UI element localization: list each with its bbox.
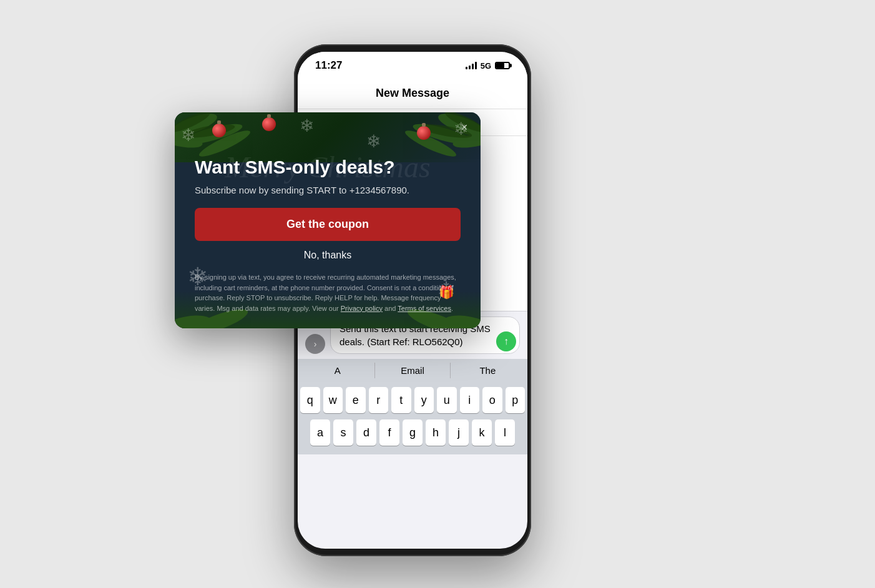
key-h[interactable]: h xyxy=(426,419,446,446)
messages-title: New Message xyxy=(376,87,449,99)
messages-header: New Message xyxy=(298,79,527,109)
keyboard-suggestions: A Email The xyxy=(298,359,527,382)
key-d[interactable]: d xyxy=(356,419,376,446)
key-i[interactable]: i xyxy=(460,387,480,413)
get-coupon-button[interactable]: Get the coupon xyxy=(195,208,461,241)
kb-suggest-a[interactable]: A xyxy=(300,363,375,378)
signal-icon xyxy=(466,62,477,69)
key-u[interactable]: u xyxy=(437,387,457,413)
key-l[interactable]: l xyxy=(495,419,515,446)
popup-title: Want SMS-only deals? xyxy=(195,156,461,179)
popup-close-button[interactable]: × xyxy=(457,120,472,135)
privacy-policy-link[interactable]: Privacy policy xyxy=(341,305,383,312)
kb-suggest-the[interactable]: The xyxy=(451,363,525,378)
status-icons: 5G xyxy=(466,61,510,71)
key-e[interactable]: e xyxy=(346,387,366,413)
key-q[interactable]: q xyxy=(300,387,320,413)
key-t[interactable]: t xyxy=(391,387,411,413)
key-o[interactable]: o xyxy=(482,387,502,413)
keyboard-row-2: a s d f g h j k l xyxy=(300,419,525,446)
key-p[interactable]: p xyxy=(506,387,525,413)
key-j[interactable]: j xyxy=(449,419,469,446)
legal-period: . xyxy=(451,305,453,312)
key-g[interactable]: g xyxy=(403,419,423,446)
battery-icon xyxy=(495,62,510,69)
key-a[interactable]: a xyxy=(310,419,330,446)
keyboard-row-1: q w e r t y u i o p xyxy=(300,387,525,413)
key-s[interactable]: s xyxy=(333,419,353,446)
no-thanks-button[interactable]: No, thanks xyxy=(195,250,461,261)
network-label: 5G xyxy=(481,61,491,71)
send-button[interactable]: ↑ xyxy=(496,331,516,351)
key-f[interactable]: f xyxy=(379,419,399,446)
popup-background: ❄ ❄ ❄ ❄ ❄ ❄ Merry Christmas xyxy=(175,112,481,328)
key-y[interactable]: y xyxy=(414,387,434,413)
sms-popup: ❄ ❄ ❄ ❄ ❄ ❄ Merry Christmas xyxy=(175,112,481,328)
keyboard: q w e r t y u i o p a s d f g h xyxy=(298,382,527,454)
status-bar: 11:27 5G xyxy=(298,52,527,79)
key-r[interactable]: r xyxy=(369,387,389,413)
popup-legal: By signing up via text, you agree to rec… xyxy=(195,272,461,313)
terms-link[interactable]: Terms of services xyxy=(398,305,451,312)
status-time: 11:27 xyxy=(315,59,342,72)
legal-and: and xyxy=(384,305,396,312)
popup-subtitle: Subscribe now by sending START to +12345… xyxy=(195,185,461,195)
kb-suggest-email[interactable]: Email xyxy=(375,363,450,378)
key-w[interactable]: w xyxy=(323,387,343,413)
expand-button[interactable]: › xyxy=(305,334,325,354)
key-k[interactable]: k xyxy=(472,419,492,446)
popup-content: Want SMS-only deals? Subscribe now by se… xyxy=(175,112,481,328)
